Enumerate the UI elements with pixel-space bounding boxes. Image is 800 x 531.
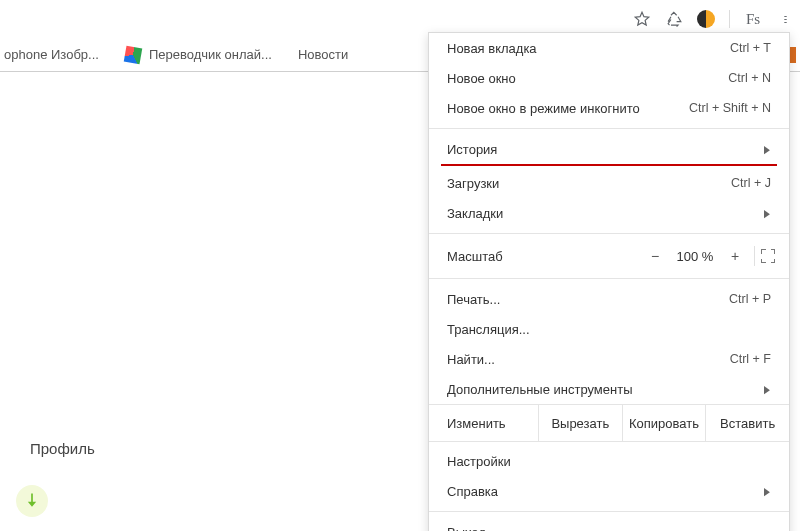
menu-item-find[interactable]: Найти... Ctrl + F	[429, 344, 789, 374]
bookmark-item[interactable]: Новости	[298, 47, 348, 62]
menu-item-shortcut: Ctrl + T	[730, 41, 771, 55]
download-arrow-icon[interactable]	[16, 485, 48, 517]
swirl-extension-icon[interactable]	[697, 10, 715, 28]
chevron-right-icon: ▶	[764, 485, 770, 498]
paste-button[interactable]: Вставить	[705, 405, 789, 441]
fs-extension-icon[interactable]: Fs	[744, 10, 762, 28]
bookmark-item[interactable]: Переводчик онлай...	[125, 47, 272, 63]
menu-item-new-tab[interactable]: Новая вкладка Ctrl + T	[429, 33, 789, 63]
chevron-right-icon: ▶	[764, 383, 770, 396]
menu-item-label: Дополнительные инструменты	[447, 382, 633, 397]
recycle-extension-icon[interactable]	[665, 10, 683, 28]
menu-item-label: Печать...	[447, 292, 500, 307]
cut-button[interactable]: Вырезать	[538, 405, 622, 441]
menu-item-downloads[interactable]: Загрузки Ctrl + J	[429, 168, 789, 198]
zoom-value: 100 %	[668, 249, 722, 264]
edit-label: Изменить	[429, 405, 538, 441]
zoom-out-button[interactable]: −	[642, 248, 668, 264]
annotation-underline	[441, 164, 777, 166]
bookmark-label: Переводчик онлай...	[149, 47, 272, 62]
menu-item-label: Найти...	[447, 352, 495, 367]
fullscreen-icon[interactable]	[761, 249, 775, 263]
bookmark-label: ophone Изобр...	[4, 47, 99, 62]
menu-item-shortcut: Ctrl + P	[729, 292, 771, 306]
menu-separator	[429, 233, 789, 234]
zoom-separator	[754, 246, 755, 266]
menu-item-label: Справка	[447, 484, 498, 499]
menu-item-label: Трансляция...	[447, 322, 530, 337]
menu-item-exit[interactable]: Выход	[429, 517, 789, 531]
kebab-menu-icon[interactable]	[776, 10, 794, 28]
menu-item-zoom: Масштаб − 100 % +	[429, 239, 789, 273]
translator-favicon-icon	[124, 45, 143, 64]
bookmark-item[interactable]: ophone Изобр...	[4, 47, 99, 62]
menu-item-label: История	[447, 142, 497, 157]
menu-item-print[interactable]: Печать... Ctrl + P	[429, 284, 789, 314]
zoom-in-button[interactable]: +	[722, 248, 748, 264]
menu-item-label: Выход	[447, 525, 486, 532]
profile-heading: Профиль	[30, 440, 95, 457]
menu-item-shortcut: Ctrl + F	[730, 352, 771, 366]
menu-item-label: Закладки	[447, 206, 503, 221]
chevron-right-icon: ▶	[764, 143, 770, 156]
copy-button[interactable]: Копировать	[622, 405, 706, 441]
menu-item-shortcut: Ctrl + N	[728, 71, 771, 85]
menu-item-shortcut: Ctrl + Shift + N	[689, 101, 771, 115]
menu-separator	[429, 278, 789, 279]
chrome-main-menu: Новая вкладка Ctrl + T Новое окно Ctrl +…	[428, 32, 790, 531]
menu-item-label: Новая вкладка	[447, 41, 537, 56]
menu-item-edit-group: Изменить Вырезать Копировать Вставить	[429, 404, 789, 442]
menu-item-settings[interactable]: Настройки	[429, 446, 789, 476]
star-bookmark-icon[interactable]	[633, 10, 651, 28]
bookmark-label: Новости	[298, 47, 348, 62]
menu-item-shortcut: Ctrl + J	[731, 176, 771, 190]
menu-item-bookmarks[interactable]: Закладки ▶	[429, 198, 789, 228]
menu-item-history[interactable]: История ▶	[429, 134, 789, 164]
menu-item-cast[interactable]: Трансляция...	[429, 314, 789, 344]
menu-item-new-window[interactable]: Новое окно Ctrl + N	[429, 63, 789, 93]
menu-separator	[429, 511, 789, 512]
menu-item-label: Настройки	[447, 454, 511, 469]
menu-item-help[interactable]: Справка ▶	[429, 476, 789, 506]
toolbar-separator	[729, 10, 730, 28]
menu-item-incognito[interactable]: Новое окно в режиме инкогнито Ctrl + Shi…	[429, 93, 789, 123]
menu-item-label: Новое окно	[447, 71, 516, 86]
zoom-label: Масштаб	[447, 249, 642, 264]
menu-item-label: Новое окно в режиме инкогнито	[447, 101, 640, 116]
menu-item-more-tools[interactable]: Дополнительные инструменты ▶	[429, 374, 789, 404]
chevron-right-icon: ▶	[764, 207, 770, 220]
menu-item-label: Загрузки	[447, 176, 499, 191]
menu-separator	[429, 128, 789, 129]
